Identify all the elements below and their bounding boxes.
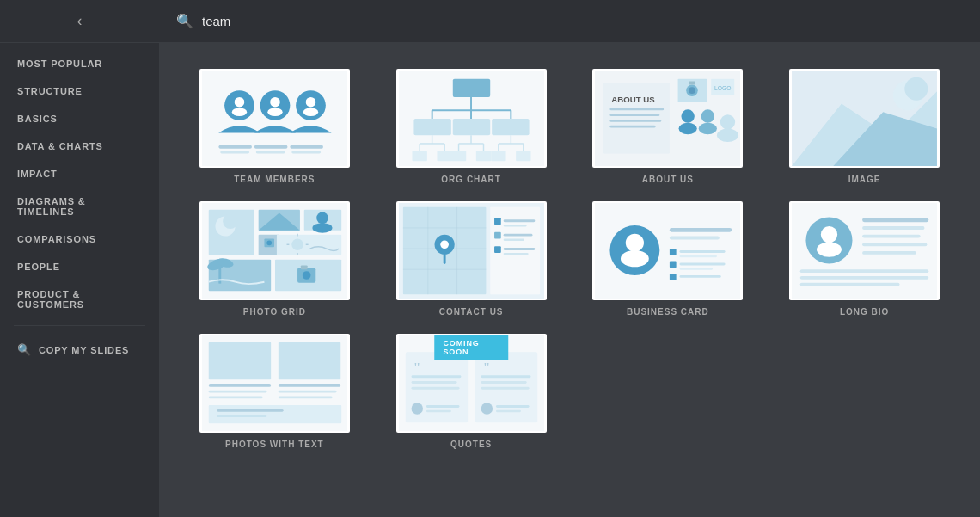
svg-rect-136: [862, 243, 927, 246]
svg-rect-50: [610, 126, 656, 128]
sidebar-nav: MOST POPULAR STRUCTURE BASICS DATA & CHA…: [0, 43, 159, 517]
sidebar-item-people[interactable]: PEOPLE: [0, 253, 159, 280]
svg-point-78: [312, 223, 332, 233]
svg-rect-139: [800, 276, 929, 280]
svg-text:LOGO: LOGO: [714, 85, 732, 91]
sidebar-header: ‹: [0, 0, 159, 43]
svg-rect-145: [209, 391, 267, 393]
svg-rect-106: [494, 218, 501, 225]
sidebar: ‹ MOST POPULAR STRUCTURE BASICS DATA & C…: [0, 0, 159, 517]
back-button[interactable]: ‹: [64, 5, 96, 37]
grid-item-business-card[interactable]: BUSINESS CARD: [579, 201, 758, 317]
svg-rect-143: [279, 342, 340, 379]
svg-rect-124: [670, 262, 677, 268]
grid-item-team-members[interactable]: TEAM MEMBERS: [185, 69, 364, 184]
svg-rect-126: [680, 268, 714, 269]
svg-rect-95: [301, 265, 308, 269]
sidebar-item-data-charts[interactable]: DATA & CHARTS: [0, 132, 159, 160]
grid-item-org-chart[interactable]: ORG CHART: [382, 69, 561, 184]
svg-rect-146: [209, 396, 263, 398]
svg-rect-12: [254, 145, 288, 149]
svg-rect-147: [279, 384, 340, 387]
search-bar: 🔍: [159, 0, 980, 43]
svg-point-8: [306, 97, 316, 108]
svg-rect-112: [494, 246, 501, 253]
svg-point-164: [411, 403, 423, 415]
card-label-quotes: QUOTES: [450, 440, 492, 449]
grid-item-quotes[interactable]: COMING SOON " ": [382, 334, 561, 449]
svg-point-117: [626, 234, 644, 252]
card-label-team-members: TEAM MEMBERS: [234, 175, 315, 184]
svg-rect-11: [220, 151, 249, 154]
grid-item-long-bio[interactable]: LONG BIO: [775, 201, 954, 317]
card-thumb-about-us: ABOUT US LOGO: [592, 69, 743, 168]
svg-rect-49: [610, 120, 662, 122]
svg-text:": ": [413, 360, 420, 376]
svg-rect-119: [670, 228, 732, 232]
sidebar-item-diagrams-timelines[interactable]: DIAGRAMS & TIMELINES: [0, 188, 159, 225]
svg-rect-111: [503, 239, 524, 241]
sidebar-item-comparisons[interactable]: COMPARISONS: [0, 225, 159, 253]
card-label-image: IMAGE: [848, 175, 881, 184]
svg-point-118: [621, 250, 649, 267]
svg-rect-40: [450, 151, 465, 162]
svg-point-4: [235, 97, 245, 108]
svg-rect-125: [680, 262, 726, 265]
card-label-photo-grid: PHOTO GRID: [243, 307, 306, 317]
card-label-contact-us: CONTACT US: [439, 307, 504, 317]
sidebar-item-most-popular[interactable]: MOST POPULAR: [0, 50, 159, 77]
sidebar-item-basics[interactable]: BASICS: [0, 105, 159, 132]
svg-point-58: [679, 123, 697, 135]
coming-soon-badge: COMING SOON: [434, 335, 508, 360]
svg-point-5: [232, 108, 247, 116]
svg-point-60: [699, 123, 717, 135]
svg-rect-113: [503, 248, 535, 250]
svg-text:": ": [483, 360, 489, 376]
grid-item-photo-grid[interactable]: PHOTO GRID: [185, 201, 364, 317]
card-thumb-business-card: [592, 201, 743, 300]
svg-rect-135: [862, 235, 921, 238]
grid-item-photos-with-text[interactable]: PHOTOS WITH TEXT: [185, 334, 364, 449]
svg-rect-140: [800, 283, 900, 286]
grid-item-image[interactable]: IMAGE: [775, 69, 954, 184]
svg-point-9: [303, 108, 318, 116]
card-label-photos-with-text: PHOTOS WITH TEXT: [225, 440, 324, 449]
svg-rect-160: [411, 387, 459, 390]
svg-rect-108: [503, 225, 526, 226]
svg-rect-123: [680, 255, 717, 257]
svg-rect-149: [279, 396, 333, 398]
svg-point-67: [904, 77, 928, 101]
svg-rect-122: [680, 250, 726, 253]
svg-point-57: [682, 109, 695, 122]
svg-rect-159: [411, 381, 456, 384]
sidebar-item-product-customers[interactable]: PRODUCT & CUSTOMERS: [0, 280, 159, 318]
svg-rect-14: [290, 145, 323, 149]
svg-rect-168: [496, 405, 530, 408]
card-label-about-us: ABOUT US: [642, 175, 694, 184]
svg-rect-162: [481, 381, 526, 384]
svg-rect-134: [862, 226, 924, 230]
copy-my-slides-button[interactable]: 🔍 COPY MY SLIDES: [0, 333, 159, 366]
svg-point-7: [267, 108, 282, 116]
svg-rect-152: [217, 415, 266, 417]
svg-point-167: [481, 403, 493, 415]
svg-rect-138: [800, 269, 929, 273]
grid-item-contact-us[interactable]: CONTACT US: [382, 201, 561, 317]
svg-point-71: [223, 214, 237, 229]
svg-rect-24: [452, 119, 489, 135]
card-thumb-photo-grid: [199, 201, 350, 300]
copy-my-slides-label: COPY MY SLIDES: [39, 345, 129, 355]
svg-point-6: [270, 97, 280, 108]
nav-divider: [14, 325, 145, 326]
svg-rect-13: [256, 151, 285, 154]
search-input[interactable]: [202, 14, 374, 28]
svg-rect-114: [503, 253, 528, 255]
svg-rect-39: [437, 151, 451, 162]
sidebar-item-impact[interactable]: IMPACT: [0, 160, 159, 188]
svg-rect-25: [492, 119, 529, 135]
svg-rect-47: [610, 108, 665, 110]
grid-item-about-us[interactable]: ABOUT US LOGO: [579, 69, 758, 184]
sidebar-item-structure[interactable]: STRUCTURE: [0, 77, 159, 105]
template-grid: TEAM MEMBERS: [159, 43, 980, 475]
svg-rect-109: [494, 232, 501, 239]
